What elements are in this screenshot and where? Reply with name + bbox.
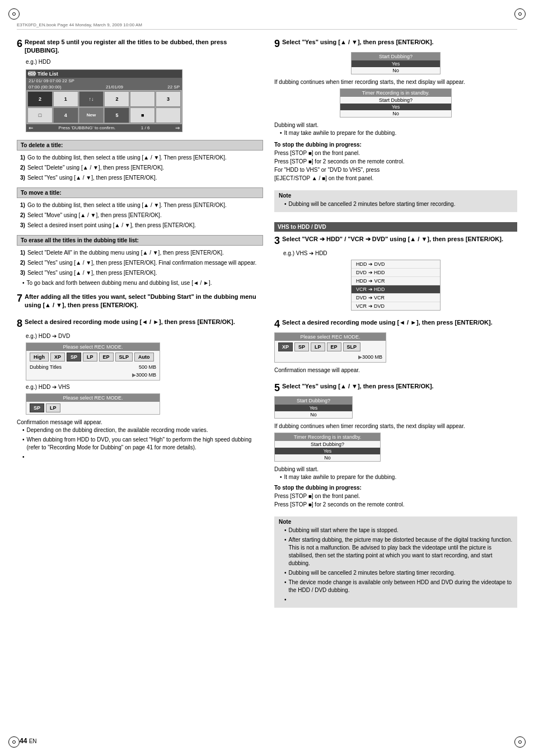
rec-mode-info2: ▶ 3000 MB xyxy=(26,371,160,380)
rec-mode-header2: Please select REC MODE. xyxy=(26,394,160,402)
rec-mode-sm-header: Please select REC MODE. xyxy=(275,333,386,341)
section-5-header: 5 Select "Yes" using [▲ / ▼], then press… xyxy=(274,382,517,394)
tl-cell-12 xyxy=(156,107,181,123)
start-dubbing-line2: Start Dubbing? xyxy=(275,441,380,448)
hdd-vcr: HDD ➔ VCR xyxy=(352,277,440,285)
note1-bullets: • Dubbing will be cancelled 2 minutes be… xyxy=(284,200,513,208)
section-6-eg: e.g.) HDD xyxy=(26,58,263,66)
delete-title-header: To delete a title: xyxy=(17,140,263,151)
section-3-title: Select "VCR ➔ HDD" / "VCR ➔ DVD" using [… xyxy=(282,235,503,243)
tl-cell-7: □ xyxy=(27,107,53,123)
no-item-2: No xyxy=(275,411,352,418)
section-4-title: Select a desired recording mode using [◄… xyxy=(282,318,493,327)
note-box-1: Note • Dubbing will be cancelled 2 minut… xyxy=(274,190,517,212)
delete-2: 2) Select "Delete" using [▲ / ▼], then p… xyxy=(20,164,263,172)
tl-cell-3: ↑↓ xyxy=(79,91,104,107)
move-2: 2) Select "Move" using [▲ / ▼], then pre… xyxy=(20,212,263,219)
yes-item-1: Yes xyxy=(352,60,440,67)
tl-cell-5 xyxy=(130,91,155,107)
rec-btn-sp: SP xyxy=(67,353,81,361)
section-9: 9 Select "Yes" using [▲ / ▼], then press… xyxy=(274,38,517,182)
rec-mode-sm-info: ▶ 3000 MB xyxy=(275,353,386,362)
dvd-hdd: DVD ➔ HDD xyxy=(352,269,440,277)
corner-mark-br xyxy=(514,736,526,748)
s8-bullet1: • Depending on the dubbing direction, th… xyxy=(22,426,263,434)
s9-b1: • It may take awhile to prepare for the … xyxy=(280,129,517,137)
delete-title-list: 1) Go to the dubbing list, then select a… xyxy=(20,154,263,182)
rec-mode-info1: Dubbing Titles 500 MB xyxy=(26,363,160,371)
delete-1: 1) Go to the dubbing list, then select a… xyxy=(20,154,263,162)
section-3-vhs: 3 Select "VCR ➔ HDD" / "VCR ➔ DVD" using… xyxy=(274,235,517,311)
tl-cell-2: 1 xyxy=(53,91,78,107)
rec-mode-buttons2: SP LP xyxy=(26,402,160,414)
note-title-1: Note xyxy=(279,192,513,199)
section-9-num: 9 xyxy=(274,38,280,50)
s5-text1: If dubbing continues when timer recordin… xyxy=(274,422,517,430)
section-7-title: After adding all the titles you want, se… xyxy=(25,293,263,310)
section-8-bullets: • Depending on the dubbing direction, th… xyxy=(22,426,263,461)
stop-dubbing-header-2: To stop the dubbing in progress: xyxy=(274,483,517,492)
xp-btn-sm: XP xyxy=(278,342,293,351)
yes-item-timer-1: Yes xyxy=(340,104,451,110)
tl-bottom-row: ⇐ Press 'DUBBING' to confirm. 1 / 6 ⇒ xyxy=(26,124,182,132)
vcr-dvd: VCR ➔ DVD xyxy=(352,302,440,310)
n2b3: • Dubbing will be cancelled 2 minutes be… xyxy=(284,569,513,577)
start-dubbing-box-1: Start Dubbing? Yes No xyxy=(351,52,441,74)
section-6-num: 6 xyxy=(17,38,22,50)
tl-cell-4: 2 xyxy=(104,91,129,107)
n2b5: • xyxy=(284,596,513,604)
title-list-header: HDD Title List xyxy=(26,70,182,78)
tl-cell-10: 5 xyxy=(104,107,129,123)
stop-dubbing-text4: [EJECT/STOP ▲ / ■] on the front panel. xyxy=(274,174,517,182)
corner-mark-tl xyxy=(8,8,20,20)
section-7-header: 7 After adding all the titles you want, … xyxy=(17,293,263,310)
timer-rec-box-2: Timer Recording is in standby. Start Dub… xyxy=(274,433,381,462)
start-dubbing-header-1: Start Dubbing? xyxy=(352,53,440,60)
move-title-header: To move a title: xyxy=(17,187,263,198)
stop-dubbing-text1: Press [STOP ■] on the front panel. xyxy=(274,149,517,157)
stop-dubbing-text2: Press [STOP ■] for 2 seconds on the remo… xyxy=(274,157,517,166)
section-4-vhs: 4 Select a desired recording mode using … xyxy=(274,318,517,374)
note-box-2: Note • Dubbing will start where the tape… xyxy=(274,516,517,608)
title-list-label: Title List xyxy=(38,71,58,77)
rec-mode-header: Please select REC MODE. xyxy=(26,343,160,351)
section-8-title: Select a desired recording mode using [◄… xyxy=(25,318,235,326)
rec-mode-buttons: High XP SP LP EP SLP Auto xyxy=(26,351,160,363)
section-8-eg1: e.g.) HDD ➔ DVD xyxy=(26,332,263,340)
section-3-num: 3 xyxy=(274,235,280,247)
section-8-confirm: Confirmation message will appear. xyxy=(17,418,263,426)
section-7: 7 After adding all the titles you want, … xyxy=(17,293,263,310)
section-7-num: 7 xyxy=(17,293,22,304)
vcr-menu-box: HDD ➔ DVD DVD ➔ HDD HDD ➔ VCR VCR ➔ HDD … xyxy=(351,260,441,311)
page-number: 44 EN xyxy=(20,737,37,745)
tl-cell-9: New xyxy=(79,107,104,123)
start-dubbing-box-2: Start Dubbing? Yes No xyxy=(274,396,353,419)
header-text: E3TK0FD_EN.book Page 44 Monday, March 9,… xyxy=(17,22,142,27)
slp-btn-sm: SLP xyxy=(343,342,361,351)
section-3-header: 3 Select "VCR ➔ HDD" / "VCR ➔ DVD" using… xyxy=(274,235,517,247)
tl-cell-11: ■ xyxy=(130,107,155,123)
rec-btn-lp2: LP xyxy=(46,403,60,412)
move-1: 1) Go to the dubbing list, then select a… xyxy=(20,201,263,209)
section-8: 8 Select a desired recording mode using … xyxy=(17,318,263,461)
title-list-grid: 2 1 ↑↓ 2 3 □ 4 New 5 ■ xyxy=(26,90,182,124)
tl-arrow-right: ⇒ xyxy=(175,125,180,131)
yes-item-timer-2: Yes xyxy=(275,448,380,454)
dubbing-will-start-2: Dubbing will start. xyxy=(274,465,517,473)
timer-rec-box-1: Timer Recording is in standby. Start Dub… xyxy=(340,88,452,118)
start-dubbing-line: Start Dubbing? xyxy=(340,97,451,104)
n2b2: • After starting dubbing, the picture ma… xyxy=(284,536,513,567)
vcr-hdd: VCR ➔ HDD xyxy=(352,285,440,294)
stop-dubbing-header-1: To stop the dubbing in progress: xyxy=(274,140,517,149)
title-list-row1: 21/ 01/ 09 07:00 22 SP xyxy=(26,78,182,84)
ep-btn-sm: EP xyxy=(327,342,341,351)
section-4-header: 4 Select a desired recording mode using … xyxy=(274,318,517,330)
section-6-title: Repeat step 5 until you register all the… xyxy=(25,38,263,55)
s8-bullet3: • xyxy=(22,453,263,461)
n2b4: • The device mode change is available on… xyxy=(284,579,513,594)
erase-1: 1) Select "Delete All" in the dubbing me… xyxy=(20,249,263,257)
delete-3: 3) Select "Yes" using [▲ / ▼], then pres… xyxy=(20,174,263,182)
rec-btn-sp2: SP xyxy=(30,403,44,412)
stop-s5-l2: Press [STOP ■] for 2 seconds on the remo… xyxy=(274,500,517,509)
tl-page: 1 / 6 xyxy=(141,125,150,130)
